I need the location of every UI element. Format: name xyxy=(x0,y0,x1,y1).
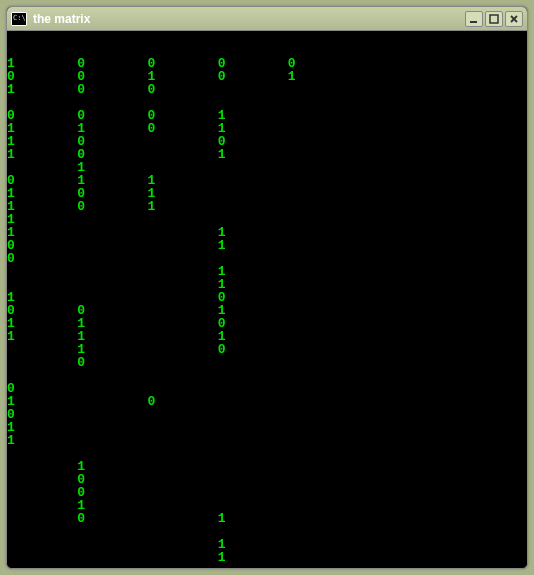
window-controls xyxy=(465,11,523,27)
matrix-row: 1 xyxy=(7,460,527,473)
matrix-row: 0 xyxy=(7,486,527,499)
matrix-row: 0 1 xyxy=(7,512,527,525)
matrix-row: 1 0 xyxy=(7,343,527,356)
console-window: C:\ the matrix 1 0 0 0 00 0 1 0 11 0 xyxy=(6,6,528,569)
minimize-icon xyxy=(469,14,479,24)
matrix-row: 1 0 1 xyxy=(7,200,527,213)
matrix-row: 1 0 xyxy=(7,395,527,408)
matrix-row: 1 xyxy=(7,421,527,434)
close-icon xyxy=(509,14,519,24)
matrix-row xyxy=(7,369,527,382)
maximize-button[interactable] xyxy=(485,11,503,27)
matrix-row: 1 0 1 xyxy=(7,148,527,161)
titlebar[interactable]: C:\ the matrix xyxy=(7,7,527,31)
terminal-output: 1 0 0 0 00 0 1 0 11 0 00 0 0 11 1 0 11 0… xyxy=(7,31,527,568)
svg-rect-1 xyxy=(490,15,498,23)
app-icon-text: C:\ xyxy=(12,15,26,22)
app-icon: C:\ xyxy=(11,12,27,26)
close-button[interactable] xyxy=(505,11,523,27)
matrix-row: 0 1 xyxy=(7,239,527,252)
matrix-row: 0 xyxy=(7,408,527,421)
matrix-row: 1 0 0 xyxy=(7,83,527,96)
matrix-row: 0 xyxy=(7,473,527,486)
maximize-icon xyxy=(489,14,499,24)
matrix-row xyxy=(7,447,527,460)
window-title: the matrix xyxy=(33,12,465,26)
matrix-rows: 1 0 0 0 00 0 1 0 11 0 00 0 0 11 1 0 11 0… xyxy=(7,57,527,568)
matrix-row: 0 xyxy=(7,356,527,369)
minimize-button[interactable] xyxy=(465,11,483,27)
svg-rect-0 xyxy=(470,21,477,23)
matrix-row: 1 xyxy=(7,434,527,447)
matrix-row: 1 xyxy=(7,551,527,564)
